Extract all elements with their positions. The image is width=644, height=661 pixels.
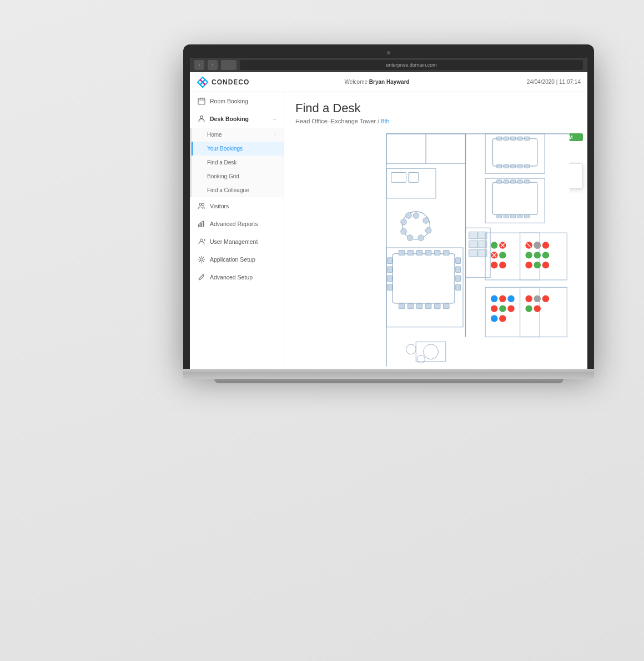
svg-point-122 bbox=[534, 305, 541, 312]
floor-plan-svg bbox=[284, 129, 587, 367]
tab-button[interactable] bbox=[221, 60, 237, 70]
svg-point-103 bbox=[534, 252, 541, 258]
browser-chrome: ‹ › enterprise.domain.com bbox=[190, 58, 587, 72]
content-header: Find a Desk Head Office–Exchange Tower /… bbox=[284, 92, 587, 129]
sidebar-item-desk-booking[interactable]: Desk Booking – bbox=[190, 110, 284, 128]
sidebar-item-advanced-reports[interactable]: Advanced Reports bbox=[190, 215, 284, 233]
submenu-your-bookings[interactable]: Your Bookings bbox=[192, 142, 284, 156]
svg-rect-27 bbox=[497, 164, 502, 168]
submenu-home[interactable]: Home › bbox=[192, 128, 284, 142]
svg-point-111 bbox=[507, 296, 514, 302]
svg-rect-72 bbox=[443, 250, 449, 255]
svg-rect-42 bbox=[517, 214, 522, 218]
svg-rect-12 bbox=[203, 221, 204, 227]
welcome-prefix: Welcome bbox=[345, 79, 368, 85]
user-management-label: User Management bbox=[210, 238, 258, 245]
application-setup-label: Application Setup bbox=[210, 256, 255, 263]
svg-rect-6 bbox=[203, 98, 204, 99]
app-content: CONDECO Welcome Bryan Hayward 24/04/2020… bbox=[190, 72, 587, 369]
svg-point-114 bbox=[507, 305, 514, 312]
svg-rect-70 bbox=[425, 250, 431, 255]
svg-rect-30 bbox=[517, 164, 522, 168]
svg-rect-24 bbox=[511, 137, 516, 140]
url-text: enterprise.domain.com bbox=[386, 62, 437, 68]
submenu-find-a-desk[interactable]: Find a Desk bbox=[192, 156, 284, 169]
chevron-icon: – bbox=[273, 116, 276, 122]
breadcrumb-floor[interactable]: 8th bbox=[381, 118, 389, 124]
svg-rect-75 bbox=[416, 304, 422, 309]
page-title: Find a Desk bbox=[295, 101, 576, 116]
svg-point-13 bbox=[200, 239, 203, 242]
scene: ‹ › enterprise.domain.com bbox=[0, 0, 644, 661]
svg-point-119 bbox=[534, 296, 541, 302]
sidebar-item-application-setup[interactable]: Application Setup bbox=[190, 251, 284, 268]
submenu-find-colleague[interactable]: Find a Colleague bbox=[192, 183, 284, 197]
svg-rect-62 bbox=[388, 284, 393, 291]
svg-point-120 bbox=[542, 296, 549, 302]
date-time: 24/04/2020 | 11:07:14 bbox=[527, 79, 581, 85]
your-bookings-label: Your Bookings bbox=[207, 146, 243, 152]
laptop-camera bbox=[387, 51, 390, 54]
svg-rect-37 bbox=[517, 180, 522, 183]
svg-point-54 bbox=[401, 228, 407, 234]
svg-rect-28 bbox=[504, 164, 509, 168]
svg-rect-80 bbox=[469, 232, 478, 238]
home-label: Home bbox=[207, 132, 222, 138]
svg-point-110 bbox=[499, 296, 506, 302]
svg-rect-26 bbox=[525, 137, 530, 140]
sidebar-item-user-management[interactable]: User Management bbox=[190, 233, 284, 251]
users-icon bbox=[198, 238, 205, 246]
welcome-text: Welcome Bryan Hayward bbox=[227, 79, 527, 85]
desk-booking-submenu: Home › Your Bookings Find a Desk bbox=[190, 128, 284, 197]
svg-point-7 bbox=[200, 116, 203, 119]
svg-rect-76 bbox=[425, 304, 431, 309]
find-desk-label: Find a Desk bbox=[207, 159, 237, 166]
svg-point-52 bbox=[418, 235, 424, 241]
sidebar-item-advanced-setup[interactable]: Advanced Setup bbox=[190, 268, 284, 286]
desk-icon bbox=[198, 115, 205, 123]
svg-rect-31 bbox=[525, 164, 530, 168]
svg-rect-68 bbox=[407, 250, 414, 255]
svg-rect-22 bbox=[497, 137, 502, 140]
forward-button[interactable]: › bbox=[208, 60, 218, 70]
svg-rect-65 bbox=[456, 276, 461, 282]
address-bar[interactable]: enterprise.domain.com bbox=[240, 60, 583, 70]
visitors-label: Visitors bbox=[210, 203, 229, 209]
svg-rect-36 bbox=[511, 180, 516, 183]
laptop: ‹ › enterprise.domain.com bbox=[183, 44, 594, 383]
visitors-icon bbox=[198, 202, 205, 210]
svg-rect-10 bbox=[198, 224, 200, 227]
wrench-icon bbox=[198, 273, 205, 281]
room-booking-label: Room Booking bbox=[210, 98, 248, 104]
breadcrumb-location: Head Office–Exchange Tower bbox=[295, 118, 376, 124]
laptop-foot bbox=[214, 379, 564, 383]
svg-point-121 bbox=[525, 305, 532, 312]
svg-rect-67 bbox=[399, 250, 405, 255]
svg-rect-35 bbox=[504, 180, 509, 183]
svg-point-100 bbox=[534, 242, 541, 248]
sidebar-item-visitors[interactable]: Visitors bbox=[190, 197, 284, 215]
svg-rect-59 bbox=[388, 258, 393, 264]
svg-rect-40 bbox=[504, 214, 509, 218]
svg-rect-29 bbox=[511, 164, 516, 168]
floor-plan-container: AM Desk M8 Allocated to David Smith bbox=[284, 129, 587, 367]
advanced-setup-label: Advanced Setup bbox=[210, 274, 253, 281]
laptop-base bbox=[183, 369, 594, 379]
svg-point-101 bbox=[542, 242, 549, 248]
main-content: Find a Desk Head Office–Exchange Tower /… bbox=[284, 92, 587, 369]
svg-rect-69 bbox=[416, 250, 422, 255]
svg-point-9 bbox=[202, 203, 204, 206]
svg-rect-25 bbox=[517, 137, 522, 140]
calendar-icon bbox=[198, 97, 205, 105]
svg-rect-63 bbox=[456, 258, 461, 264]
laptop-bezel: ‹ › enterprise.domain.com bbox=[183, 44, 594, 369]
sidebar-item-room-booking[interactable]: Room Booking bbox=[190, 92, 284, 110]
submenu-booking-grid[interactable]: Booking Grid bbox=[192, 169, 284, 183]
svg-point-87 bbox=[491, 242, 497, 248]
svg-point-113 bbox=[499, 305, 506, 312]
svg-rect-38 bbox=[525, 180, 530, 183]
back-button[interactable]: ‹ bbox=[194, 60, 204, 70]
svg-rect-3 bbox=[198, 98, 205, 104]
svg-rect-5 bbox=[200, 98, 201, 99]
svg-rect-64 bbox=[456, 267, 461, 273]
